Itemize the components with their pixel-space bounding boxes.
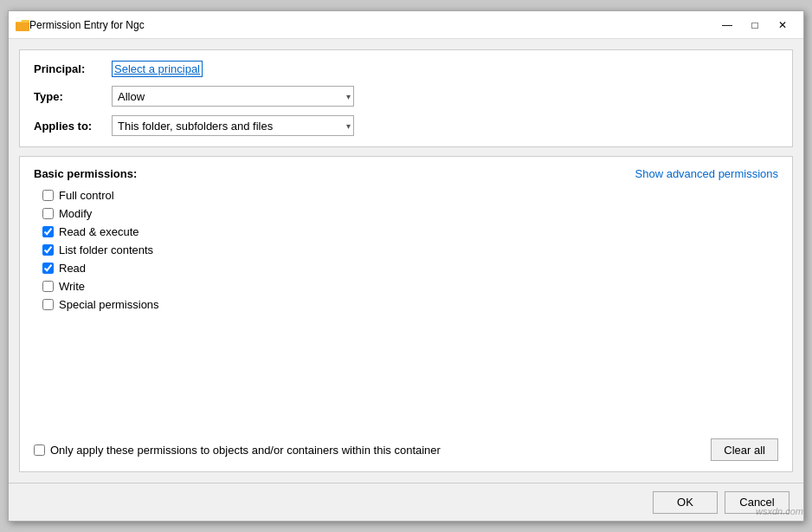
only-apply-label[interactable]: Only apply these permissions to objects … [50, 444, 441, 457]
full-control-label[interactable]: Full control [59, 189, 114, 202]
list-folder-checkbox[interactable] [42, 244, 54, 256]
permission-read-execute: Read & execute [42, 225, 778, 238]
permissions-header: Basic permissions: Show advanced permiss… [34, 167, 778, 180]
modify-checkbox[interactable] [42, 208, 54, 219]
principal-label: Principal: [34, 62, 112, 75]
read-execute-label[interactable]: Read & execute [59, 225, 139, 238]
applies-to-label: Applies to: [34, 120, 112, 133]
clear-all-button[interactable]: Clear all [711, 438, 778, 461]
permission-modify: Modify [42, 207, 778, 220]
footer-row: Only apply these permissions to objects … [34, 431, 778, 461]
type-select-wrapper: Allow Deny ▾ [112, 86, 354, 107]
special-permissions-label[interactable]: Special permissions [59, 298, 159, 311]
permission-special: Special permissions [42, 298, 778, 311]
permission-full-control: Full control [42, 189, 778, 202]
type-select[interactable]: Allow Deny [112, 86, 354, 107]
principal-row: Principal: Select a principal [34, 61, 778, 77]
permission-read: Read [42, 262, 778, 275]
show-advanced-link[interactable]: Show advanced permissions [635, 167, 778, 180]
write-checkbox[interactable] [42, 281, 54, 292]
permissions-list: Full control Modify Read & execute List … [42, 189, 778, 311]
select-principal-link[interactable]: Select a principal [112, 61, 203, 77]
special-permissions-checkbox[interactable] [42, 299, 54, 310]
read-execute-checkbox[interactable] [42, 226, 54, 237]
maximize-button[interactable]: □ [741, 11, 769, 39]
applies-to-select-wrapper: This folder, subfolders and files This f… [112, 115, 354, 136]
permission-entry-dialog: Permission Entry for Ngc — □ ✕ Principal… [8, 10, 804, 522]
window-title: Permission Entry for Ngc [29, 19, 713, 31]
permissions-title: Basic permissions: [34, 167, 137, 180]
modify-label[interactable]: Modify [59, 207, 92, 220]
permissions-section: Basic permissions: Show advanced permiss… [19, 156, 793, 472]
window-body: Principal: Select a principal Type: Allo… [9, 39, 803, 483]
type-row: Type: Allow Deny ▾ [34, 86, 778, 107]
bottom-bar: OK Cancel [9, 483, 803, 521]
list-folder-label[interactable]: List folder contents [59, 243, 153, 256]
title-bar: Permission Entry for Ngc — □ ✕ [9, 11, 803, 39]
ok-button[interactable]: OK [653, 491, 718, 514]
minimize-button[interactable]: — [713, 11, 741, 39]
only-apply-checkbox[interactable] [34, 444, 45, 456]
permission-list-folder: List folder contents [42, 243, 778, 256]
read-checkbox[interactable] [42, 263, 54, 274]
write-label[interactable]: Write [59, 280, 85, 293]
read-label[interactable]: Read [59, 262, 86, 275]
principal-section: Principal: Select a principal Type: Allo… [19, 49, 793, 147]
only-apply-row: Only apply these permissions to objects … [34, 444, 441, 457]
window-controls: — □ ✕ [713, 11, 796, 39]
type-label: Type: [34, 90, 112, 103]
svg-rect-0 [16, 22, 29, 31]
watermark: wsxdn.com [756, 506, 803, 516]
folder-icon [16, 18, 29, 32]
permission-write: Write [42, 280, 778, 293]
applies-to-row: Applies to: This folder, subfolders and … [34, 115, 778, 136]
close-button[interactable]: ✕ [769, 11, 796, 39]
full-control-checkbox[interactable] [42, 190, 54, 201]
applies-to-select[interactable]: This folder, subfolders and files This f… [112, 115, 354, 136]
